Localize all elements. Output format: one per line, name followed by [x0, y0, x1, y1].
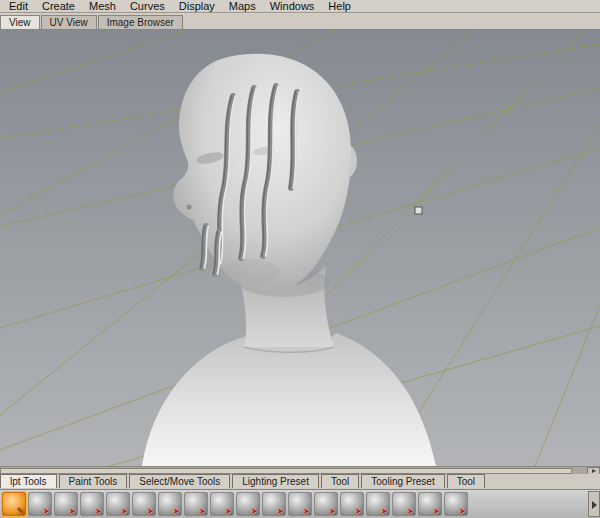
- nostril-shadow: [187, 205, 192, 210]
- sculpt-tool-icon-16[interactable]: [392, 492, 416, 516]
- view-tab-bar: View UV View Image Browser: [0, 14, 600, 30]
- tab-paint-tools[interactable]: Paint Tools: [59, 474, 128, 488]
- viewport-canvas: [0, 30, 600, 466]
- horizontal-scrollbar[interactable]: [0, 466, 600, 474]
- menu-item-edit[interactable]: Edit: [2, 0, 35, 13]
- sculpt-tool-icon-9[interactable]: [210, 492, 234, 516]
- menu-item-display[interactable]: Display: [172, 0, 222, 13]
- tool-icon-tray: [0, 490, 600, 518]
- sculpt-tool-icon-4[interactable]: [80, 492, 104, 516]
- tool-tab-bar: lpt Tools Paint Tools Select/Move Tools …: [0, 474, 600, 490]
- menu-item-create[interactable]: Create: [35, 0, 82, 13]
- sculpted-head-model[interactable]: [142, 54, 436, 466]
- tab-tooling-preset[interactable]: Tooling Preset: [361, 474, 444, 488]
- tab-lighting-preset[interactable]: Lighting Preset: [232, 474, 319, 488]
- tab-tool-2[interactable]: Tool: [447, 474, 485, 488]
- sculpt-tool-icon-2[interactable]: [28, 492, 52, 516]
- sculpt-tool-icon-6[interactable]: [132, 492, 156, 516]
- chin-shadow: [220, 259, 280, 285]
- tab-sculpt-tools[interactable]: lpt Tools: [0, 474, 57, 488]
- tab-view[interactable]: View: [0, 15, 40, 29]
- sculpt-tool-icon-10[interactable]: [236, 492, 260, 516]
- sculpt-tool-icon-7[interactable]: [158, 492, 182, 516]
- tab-image-browser[interactable]: Image Browser: [98, 15, 183, 29]
- menu-item-help[interactable]: Help: [321, 0, 358, 13]
- menu-item-maps[interactable]: Maps: [222, 0, 263, 13]
- tab-uv-view[interactable]: UV View: [41, 15, 97, 29]
- tab-select-move-tools[interactable]: Select/Move Tools: [129, 474, 230, 488]
- tab-tool-1[interactable]: Tool: [321, 474, 359, 488]
- sculpt-tool-icon-13[interactable]: [314, 492, 338, 516]
- sculpt-tool-icon-3[interactable]: [54, 492, 78, 516]
- sculpt-tool-icon-18[interactable]: [444, 492, 468, 516]
- sculpt-tool-icon-15[interactable]: [366, 492, 390, 516]
- sculpt-tool-icon-12[interactable]: [288, 492, 312, 516]
- sculpt-tool-icon-17[interactable]: [418, 492, 442, 516]
- menu-item-curves[interactable]: Curves: [123, 0, 172, 13]
- menu-bar: Edit Create Mesh Curves Display Maps Win…: [0, 0, 600, 13]
- sculpt-tool-icon-5[interactable]: [106, 492, 130, 516]
- 3d-viewport[interactable]: [0, 30, 600, 466]
- menu-item-windows[interactable]: Windows: [263, 0, 322, 13]
- sculpt-tool-icon-11[interactable]: [262, 492, 286, 516]
- active-brush-tool-icon[interactable]: [2, 492, 26, 516]
- menu-item-mesh[interactable]: Mesh: [82, 0, 123, 13]
- selection-marker: [415, 207, 422, 214]
- sculpt-tool-icon-14[interactable]: [340, 492, 364, 516]
- tray-scroll-right-button[interactable]: [588, 491, 600, 517]
- sculpt-tool-icon-8[interactable]: [184, 492, 208, 516]
